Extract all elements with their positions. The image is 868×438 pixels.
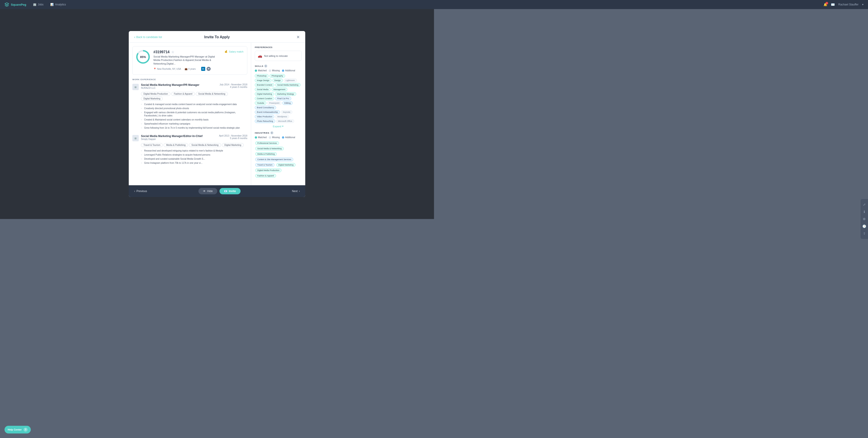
bullet-item: Developed and curated sustainable Social… [141, 157, 247, 161]
industry-tag-digital-marketing: Digital Marketing [276, 163, 296, 167]
job-left-1: 🏢 Social Media Marketing Manager/PR Mana… [132, 83, 199, 90]
company-icon-1: 🏢 [132, 84, 139, 90]
preferences-card: 🚗 Not willing to relocate [255, 51, 302, 61]
industries-info-icon[interactable]: i [270, 132, 273, 134]
skill-tag-photography: Photography [270, 74, 285, 78]
logo-text: SquarePeg [11, 3, 26, 6]
job-tag: Media & Publishing [164, 143, 188, 147]
email-contact-icon[interactable]: ✉ [207, 67, 211, 71]
linkedin-icon[interactable]: in [201, 67, 205, 71]
matched-legend: Matched [255, 69, 267, 72]
industry-tag-professional-services: Professional Services [255, 141, 279, 145]
favorite-star-icon[interactable]: ☆ [171, 50, 174, 54]
jobs-icon: 🏢 [33, 3, 36, 6]
modal-right-panel: PREFERENCES 🚗 Not willing to relocate SK… [251, 42, 305, 185]
modal-overlay: Back to candidate list Invite To Apply ✕… [0, 0, 434, 219]
chevron-right-icon: › [299, 189, 300, 193]
industry-tag-content-site: Content & Site Management Services [255, 157, 293, 161]
skill-tag-digital-marketing: Digital Marketing [255, 92, 274, 96]
relocation-preference: Not willing to relocate [264, 55, 288, 57]
skill-tag-content-curation: Content Curation [255, 97, 274, 100]
job-tag: Digital Media Production [141, 92, 170, 96]
job-tags-2: Travel & Tourism Media & Publishing Soci… [141, 143, 247, 147]
skill-tag-management: Management [272, 88, 288, 91]
nav-analytics[interactable]: 📊 Analytics [50, 3, 66, 6]
back-to-list-button[interactable]: Back to candidate list [134, 35, 162, 39]
work-experience-label: WORK EXPERIENCE [132, 78, 247, 81]
location-meta: 📍 New Rochelle, NY, USA [153, 68, 181, 70]
skill-tag-marketing-strategy: Marketing Strategy [275, 92, 296, 96]
industries-title: INDUSTRIES [255, 132, 270, 134]
company-icon-2: 🏢 [132, 135, 139, 141]
ind-missing-dot [269, 136, 271, 139]
industry-tag-digital-media: Digital Media Production [255, 169, 281, 172]
bullet-item: Spearheaded influencer marketing campaig… [141, 122, 247, 126]
briefcase-icon: 💼 [185, 68, 187, 70]
chevron-left-icon: ‹ [134, 189, 135, 193]
missing-legend: Missing [269, 69, 280, 72]
skills-info-icon[interactable]: i [264, 64, 267, 67]
skills-tags-container: Photoshop Photography Image Design Desig… [255, 74, 302, 123]
bullet-item: Grew following from 1k to 7k in 5 months… [141, 126, 247, 130]
skill-tag-brand-ambassadorship: Brand Ambassadorship [255, 110, 280, 114]
experience-meta: 💼 4 years [185, 68, 196, 70]
invite-modal: Back to candidate list Invite To Apply ✕… [129, 31, 305, 197]
bullet-item: Curated & managed social media content b… [141, 103, 247, 107]
skill-tag-photoshop: Photoshop [255, 74, 269, 78]
close-button[interactable]: ✕ [297, 35, 300, 40]
skill-tag-branded-content: Branded Content [255, 83, 274, 87]
additional-legend: Additional [282, 69, 295, 72]
footer-actions: 👁 Hide 📧 Invite [198, 188, 240, 194]
chevron-down-icon: ▾ [282, 125, 283, 128]
ind-missing-legend: Missing [269, 136, 280, 139]
skill-tag-wordpress: Wordpress [275, 115, 289, 118]
skill-tag-keynote: Keynote [281, 110, 292, 114]
skill-tag-powerpoint: Powerpoint [267, 101, 281, 105]
skill-tag-video-production: Video Production [255, 115, 274, 118]
skill-tag-design: Design [273, 79, 283, 82]
bullet-item: Creatively directed promotional photo-sh… [141, 107, 247, 111]
job-title-1: Social Media Marketing Manager/PR Manage… [141, 83, 199, 87]
industry-tag-travel-tourism: Travel & Tourism [255, 163, 275, 167]
candidate-card: 85% #3199714 ☆ Social Media Marketing Ma… [132, 46, 247, 75]
eye-off-icon: 👁 [203, 189, 206, 193]
job-entry-1: 🏢 Social Media Marketing Manager/PR Mana… [132, 83, 247, 130]
previous-button[interactable]: ‹ Previous [134, 189, 147, 193]
preferences-section: PREFERENCES 🚗 Not willing to relocate [255, 46, 302, 61]
job-entry-2: 🏢 Social Media Marketing Manager/Editor-… [132, 135, 247, 165]
job-tag: Fashion & Apparel [171, 92, 195, 96]
bullet-item: Created & Maintained social content cale… [141, 118, 247, 122]
job-tag: Social Media & Networking [196, 92, 228, 96]
skill-tag-image-design: Image Design [255, 79, 272, 82]
skills-legend: Matched Missing Additional [255, 69, 302, 72]
match-score-value: 85% [137, 51, 149, 62]
job-left-2: 🏢 Social Media Marketing Manager/Editor-… [132, 135, 203, 141]
salary-match-indicator: 💰 Salary match [224, 50, 244, 53]
industries-section: INDUSTRIES i Matched Missing [255, 132, 302, 178]
next-button[interactable]: Next › [292, 189, 300, 193]
additional-dot [282, 69, 284, 72]
modal-title: Invite To Apply [204, 35, 230, 39]
skill-tag-microsoft-office: Microsoft Office [276, 119, 294, 123]
hide-button[interactable]: 👁 Hide [198, 188, 217, 194]
top-navigation: SquarePeg 🏢 Jobs 📊 Analytics 🔔 2 ✉️ Rach… [0, 0, 434, 9]
modal-footer: ‹ Previous 👁 Hide 📧 Invite Next › [129, 185, 305, 197]
match-score-circle: 85% [136, 50, 150, 64]
location-pin-icon: 📍 [153, 68, 156, 70]
logo[interactable]: SquarePeg [4, 2, 26, 7]
ind-additional-legend: Additional [282, 136, 295, 139]
job-header-2: 🏢 Social Media Marketing Manager/Editor-… [132, 135, 247, 141]
invite-button[interactable]: 📧 Invite [219, 188, 240, 194]
job-dates-2: April 2013 - November 2018 5 years 8 mon… [219, 135, 247, 140]
invite-icon: 📧 [224, 189, 227, 193]
industry-tag-media-publishing: Media & Publishing [255, 152, 277, 156]
social-links: in ✉ [201, 67, 211, 71]
expand-skills-button[interactable]: Expand ▾ [255, 125, 302, 128]
ind-matched-dot [255, 136, 257, 139]
nav-jobs[interactable]: 🏢 Jobs [33, 3, 43, 6]
skill-tag-lightroom: Lightroom [284, 79, 297, 82]
job-tags-1: Digital Media Production Fashion & Appar… [141, 92, 247, 100]
candidate-meta: 📍 New Rochelle, NY, USA 💼 4 years in ✉ [153, 67, 221, 71]
bullet-item: Researched and developed intriguing topi… [141, 149, 247, 153]
company-name-1: NURAZZI LLC [141, 87, 199, 89]
